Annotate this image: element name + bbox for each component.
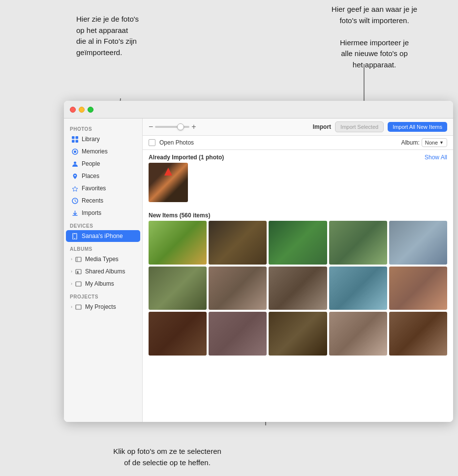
list-item[interactable] bbox=[389, 312, 447, 356]
sidebar-item-my-projects[interactable]: › My Projects bbox=[66, 301, 140, 313]
sidebar-item-label: My Projects bbox=[85, 303, 116, 310]
svg-point-9 bbox=[74, 161, 76, 164]
imports-icon bbox=[71, 209, 79, 217]
import-label: Import bbox=[313, 123, 331, 130]
already-imported-header: Already Imported (1 photo) Show All bbox=[149, 150, 447, 163]
chevron-icon: › bbox=[71, 304, 72, 309]
svg-rect-5 bbox=[72, 140, 75, 143]
sidebar-item-label: People bbox=[82, 160, 100, 167]
chevron-icon: › bbox=[71, 257, 72, 262]
list-item[interactable] bbox=[149, 312, 207, 356]
sidebar: Photos Library Memories People bbox=[64, 119, 143, 422]
annotation-bottom: Klik op foto's om ze te selecteren of de… bbox=[89, 446, 246, 468]
sidebar-item-iphone[interactable]: Sanaa's iPhone bbox=[66, 230, 140, 242]
sidebar-item-my-albums[interactable]: › My Albums bbox=[66, 278, 140, 290]
album-selector: Album: None ▼ bbox=[401, 138, 447, 147]
sidebar-item-label: Recents bbox=[82, 197, 103, 204]
album-dropdown[interactable]: None ▼ bbox=[422, 138, 447, 147]
list-item[interactable] bbox=[209, 312, 267, 356]
open-photos-label: Open Photos bbox=[159, 139, 194, 146]
sidebar-item-recents[interactable]: Recents bbox=[66, 195, 140, 207]
list-item[interactable] bbox=[269, 221, 327, 265]
recents-icon bbox=[71, 197, 79, 205]
chevron-icon: › bbox=[71, 269, 72, 274]
zoom-slider[interactable] bbox=[155, 126, 189, 128]
zoom-minus[interactable]: − bbox=[149, 122, 153, 131]
sidebar-section-albums: Albums bbox=[64, 242, 142, 253]
svg-rect-15 bbox=[76, 257, 81, 262]
list-item[interactable] bbox=[329, 312, 387, 356]
close-button[interactable] bbox=[70, 107, 76, 113]
chevron-icon: › bbox=[71, 281, 72, 286]
sidebar-item-memories[interactable]: Memories bbox=[66, 146, 140, 157]
svg-rect-19 bbox=[76, 305, 81, 309]
svg-point-8 bbox=[74, 150, 76, 153]
sidebar-item-label: Places bbox=[82, 173, 99, 179]
photo-scroll[interactable]: Already Imported (1 photo) Show All New … bbox=[143, 150, 453, 422]
sidebar-item-places[interactable]: Places bbox=[66, 170, 140, 182]
list-item[interactable] bbox=[269, 312, 327, 356]
svg-rect-18 bbox=[76, 282, 81, 286]
sidebar-item-label: My Albums bbox=[85, 280, 114, 287]
new-items-grid bbox=[149, 221, 447, 356]
sidebar-section-photos: Photos bbox=[64, 122, 142, 133]
list-item[interactable] bbox=[149, 163, 188, 202]
import-all-button[interactable]: Import All New Items bbox=[388, 122, 447, 132]
import-selected-button[interactable]: Import Selected bbox=[335, 121, 384, 132]
list-item[interactable] bbox=[329, 267, 387, 310]
svg-rect-3 bbox=[72, 136, 75, 139]
sidebar-item-label: Library bbox=[82, 136, 100, 143]
title-bar bbox=[64, 101, 453, 119]
my-albums-icon bbox=[74, 280, 82, 288]
zoom-plus[interactable]: + bbox=[191, 122, 196, 131]
sidebar-item-media-types[interactable]: › Media Types bbox=[66, 253, 140, 265]
library-icon bbox=[71, 135, 79, 143]
show-all-link[interactable]: Show All bbox=[425, 154, 447, 161]
iphone-icon bbox=[71, 232, 79, 240]
window-body: Photos Library Memories People bbox=[64, 119, 453, 422]
list-item[interactable] bbox=[209, 267, 267, 310]
media-types-icon bbox=[74, 255, 82, 263]
list-item[interactable] bbox=[149, 267, 207, 310]
shared-albums-icon bbox=[74, 268, 82, 275]
list-item[interactable] bbox=[389, 267, 447, 310]
sidebar-item-library[interactable]: Library bbox=[66, 133, 140, 145]
open-photos-bar: Open Photos Album: None ▼ bbox=[143, 136, 453, 150]
main-content: − + Import Import Selected Import All Ne… bbox=[143, 119, 453, 422]
new-items-title: New Items (560 items) bbox=[149, 212, 210, 219]
favorites-icon bbox=[71, 184, 79, 192]
maximize-button[interactable] bbox=[88, 107, 93, 113]
already-imported-grid bbox=[149, 163, 447, 202]
sidebar-item-imports[interactable]: Imports bbox=[66, 207, 140, 219]
album-chevron-icon: ▼ bbox=[439, 140, 444, 145]
zoom-slider-thumb bbox=[177, 123, 184, 130]
sidebar-section-projects: Projects bbox=[64, 290, 142, 300]
sidebar-item-people[interactable]: People bbox=[66, 158, 140, 170]
already-imported-title: Already Imported (1 photo) bbox=[149, 154, 224, 161]
import-toolbar: − + Import Import Selected Import All Ne… bbox=[143, 119, 453, 136]
memories-icon bbox=[71, 148, 79, 155]
minimize-button[interactable] bbox=[79, 107, 85, 113]
sidebar-item-label: Imports bbox=[82, 209, 101, 216]
select-all-checkbox[interactable] bbox=[149, 139, 155, 146]
sidebar-item-shared-albums[interactable]: › Shared Albums bbox=[66, 266, 140, 277]
sidebar-item-label: Shared Albums bbox=[85, 268, 125, 275]
list-item[interactable] bbox=[269, 267, 327, 310]
zoom-control: − + bbox=[149, 122, 196, 131]
list-item[interactable] bbox=[209, 221, 267, 265]
svg-point-14 bbox=[74, 238, 75, 239]
list-item[interactable] bbox=[329, 221, 387, 265]
annotation-top-right: Hier geef je aan waar je je foto's wilt … bbox=[315, 4, 433, 70]
sidebar-item-label: Favorites bbox=[82, 185, 106, 192]
list-item[interactable] bbox=[389, 221, 447, 265]
album-value: None bbox=[425, 140, 438, 146]
people-icon bbox=[71, 160, 79, 168]
sidebar-item-label: Media Types bbox=[85, 256, 119, 263]
sidebar-item-label: Memories bbox=[82, 148, 108, 155]
sidebar-section-devices: Devices bbox=[64, 219, 142, 230]
photos-window: Photos Library Memories People bbox=[64, 101, 453, 422]
my-projects-icon bbox=[74, 303, 82, 311]
list-item[interactable] bbox=[149, 221, 207, 265]
sidebar-item-favorites[interactable]: Favorites bbox=[66, 182, 140, 194]
svg-rect-6 bbox=[75, 140, 78, 143]
